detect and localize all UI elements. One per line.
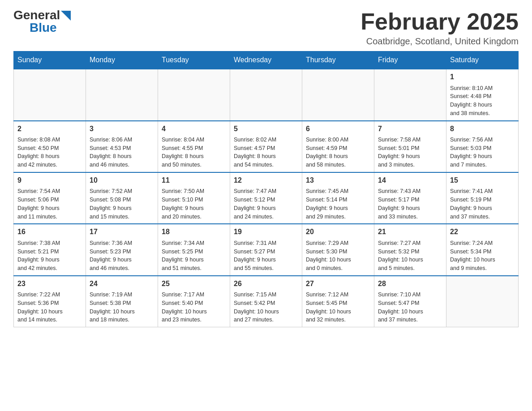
calendar-cell: 4Sunrise: 8:04 AMSunset: 4:55 PMDaylight… xyxy=(158,121,230,172)
logo-general-text: General xyxy=(13,9,60,21)
weekday-header-monday: Monday xyxy=(86,51,158,69)
weekday-header-sunday: Sunday xyxy=(14,51,86,69)
day-info: Sunrise: 7:56 AMSunset: 5:03 PMDaylight:… xyxy=(450,136,515,169)
day-info: Sunrise: 7:31 AMSunset: 5:27 PMDaylight:… xyxy=(234,239,298,273)
day-info: Sunrise: 7:45 AMSunset: 5:14 PMDaylight:… xyxy=(306,187,370,221)
calendar-cell: 24Sunrise: 7:19 AMSunset: 5:38 PMDayligh… xyxy=(86,276,158,327)
calendar-week-row: 9Sunrise: 7:54 AMSunset: 5:06 PMDaylight… xyxy=(14,172,519,224)
day-number: 20 xyxy=(306,227,370,237)
logo: General Blue xyxy=(13,9,71,34)
day-info: Sunrise: 8:08 AMSunset: 4:50 PMDaylight:… xyxy=(17,136,82,169)
day-info: Sunrise: 7:17 AMSunset: 5:40 PMDaylight:… xyxy=(162,291,226,324)
weekday-header-tuesday: Tuesday xyxy=(158,51,230,69)
calendar-cell: 21Sunrise: 7:27 AMSunset: 5:32 PMDayligh… xyxy=(374,224,446,275)
day-info: Sunrise: 7:36 AMSunset: 5:23 PMDaylight:… xyxy=(90,239,154,273)
day-number: 9 xyxy=(17,176,82,185)
day-number: 28 xyxy=(378,279,442,289)
day-number: 11 xyxy=(162,176,226,185)
calendar-cell: 27Sunrise: 7:12 AMSunset: 5:45 PMDayligh… xyxy=(302,276,374,327)
page-header: General Blue February 2025 Coatbridge, S… xyxy=(13,9,519,47)
calendar-cell: 1Sunrise: 8:10 AMSunset: 4:48 PMDaylight… xyxy=(446,69,519,120)
calendar-cell xyxy=(374,69,446,120)
calendar-cell xyxy=(158,69,230,120)
weekday-header-saturday: Saturday xyxy=(446,51,519,69)
day-info: Sunrise: 7:41 AMSunset: 5:19 PMDaylight:… xyxy=(450,187,515,221)
day-number: 8 xyxy=(450,124,515,134)
day-number: 23 xyxy=(17,279,82,289)
calendar-week-row: 1Sunrise: 8:10 AMSunset: 4:48 PMDaylight… xyxy=(14,69,519,120)
day-info: Sunrise: 7:47 AMSunset: 5:12 PMDaylight:… xyxy=(234,187,298,221)
calendar-cell: 8Sunrise: 7:56 AMSunset: 5:03 PMDaylight… xyxy=(446,121,519,172)
calendar-cell: 23Sunrise: 7:22 AMSunset: 5:36 PMDayligh… xyxy=(14,276,86,327)
day-info: Sunrise: 7:29 AMSunset: 5:30 PMDaylight:… xyxy=(306,239,370,273)
day-info: Sunrise: 7:27 AMSunset: 5:32 PMDaylight:… xyxy=(378,239,442,273)
calendar-cell: 13Sunrise: 7:45 AMSunset: 5:14 PMDayligh… xyxy=(302,172,374,224)
day-number: 6 xyxy=(306,124,370,134)
day-number: 1 xyxy=(450,72,515,82)
day-info: Sunrise: 7:19 AMSunset: 5:38 PMDaylight:… xyxy=(90,291,154,324)
calendar-cell: 14Sunrise: 7:43 AMSunset: 5:17 PMDayligh… xyxy=(374,172,446,224)
day-info: Sunrise: 7:24 AMSunset: 5:34 PMDaylight:… xyxy=(450,239,515,273)
weekday-header-wednesday: Wednesday xyxy=(230,51,302,69)
calendar-cell: 2Sunrise: 8:08 AMSunset: 4:50 PMDaylight… xyxy=(14,121,86,172)
calendar-cell: 25Sunrise: 7:17 AMSunset: 5:40 PMDayligh… xyxy=(158,276,230,327)
day-number: 5 xyxy=(234,124,298,134)
day-number: 12 xyxy=(234,176,298,185)
weekday-header-friday: Friday xyxy=(374,51,446,69)
day-number: 27 xyxy=(306,279,370,289)
calendar-cell xyxy=(302,69,374,120)
calendar-cell: 6Sunrise: 8:00 AMSunset: 4:59 PMDaylight… xyxy=(302,121,374,172)
day-number: 14 xyxy=(378,176,442,185)
calendar-week-row: 23Sunrise: 7:22 AMSunset: 5:36 PMDayligh… xyxy=(14,276,519,327)
calendar-cell: 26Sunrise: 7:15 AMSunset: 5:42 PMDayligh… xyxy=(230,276,302,327)
calendar-cell: 17Sunrise: 7:36 AMSunset: 5:23 PMDayligh… xyxy=(86,224,158,275)
day-info: Sunrise: 7:22 AMSunset: 5:36 PMDaylight:… xyxy=(17,291,82,324)
logo-blue-text: Blue xyxy=(30,21,57,34)
day-number: 18 xyxy=(162,227,226,237)
day-info: Sunrise: 7:50 AMSunset: 5:10 PMDaylight:… xyxy=(162,187,226,221)
calendar-cell: 9Sunrise: 7:54 AMSunset: 5:06 PMDaylight… xyxy=(14,172,86,224)
calendar-cell: 16Sunrise: 7:38 AMSunset: 5:21 PMDayligh… xyxy=(14,224,86,275)
weekday-header-row: SundayMondayTuesdayWednesdayThursdayFrid… xyxy=(14,51,519,69)
calendar-week-row: 2Sunrise: 8:08 AMSunset: 4:50 PMDaylight… xyxy=(14,121,519,172)
day-number: 4 xyxy=(162,124,226,134)
day-number: 10 xyxy=(90,176,154,185)
calendar-cell: 18Sunrise: 7:34 AMSunset: 5:25 PMDayligh… xyxy=(158,224,230,275)
day-info: Sunrise: 8:10 AMSunset: 4:48 PMDaylight:… xyxy=(450,84,515,118)
day-info: Sunrise: 7:54 AMSunset: 5:06 PMDaylight:… xyxy=(17,187,82,221)
calendar-cell: 19Sunrise: 7:31 AMSunset: 5:27 PMDayligh… xyxy=(230,224,302,275)
day-info: Sunrise: 7:58 AMSunset: 5:01 PMDaylight:… xyxy=(378,136,442,169)
day-number: 24 xyxy=(90,279,154,289)
calendar-cell: 20Sunrise: 7:29 AMSunset: 5:30 PMDayligh… xyxy=(302,224,374,275)
calendar-cell: 10Sunrise: 7:52 AMSunset: 5:08 PMDayligh… xyxy=(86,172,158,224)
day-number: 3 xyxy=(90,124,154,134)
calendar-cell: 7Sunrise: 7:58 AMSunset: 5:01 PMDaylight… xyxy=(374,121,446,172)
svg-marker-0 xyxy=(61,11,71,21)
day-info: Sunrise: 7:43 AMSunset: 5:17 PMDaylight:… xyxy=(378,187,442,221)
calendar-cell xyxy=(446,276,519,327)
calendar-cell: 11Sunrise: 7:50 AMSunset: 5:10 PMDayligh… xyxy=(158,172,230,224)
day-info: Sunrise: 7:38 AMSunset: 5:21 PMDaylight:… xyxy=(17,239,82,273)
day-number: 15 xyxy=(450,176,515,185)
location-text: Coatbridge, Scotland, United Kingdom xyxy=(360,36,519,47)
day-info: Sunrise: 7:52 AMSunset: 5:08 PMDaylight:… xyxy=(90,187,154,221)
calendar-cell xyxy=(230,69,302,120)
calendar-cell: 3Sunrise: 8:06 AMSunset: 4:53 PMDaylight… xyxy=(86,121,158,172)
logo-triangle-icon xyxy=(61,11,71,21)
calendar-cell: 12Sunrise: 7:47 AMSunset: 5:12 PMDayligh… xyxy=(230,172,302,224)
calendar-cell xyxy=(14,69,86,120)
day-info: Sunrise: 7:12 AMSunset: 5:45 PMDaylight:… xyxy=(306,291,370,324)
day-info: Sunrise: 7:15 AMSunset: 5:42 PMDaylight:… xyxy=(234,291,298,324)
day-number: 25 xyxy=(162,279,226,289)
day-number: 13 xyxy=(306,176,370,185)
day-number: 2 xyxy=(17,124,82,134)
day-number: 19 xyxy=(234,227,298,237)
calendar-cell: 28Sunrise: 7:10 AMSunset: 5:47 PMDayligh… xyxy=(374,276,446,327)
weekday-header-thursday: Thursday xyxy=(302,51,374,69)
day-info: Sunrise: 7:34 AMSunset: 5:25 PMDaylight:… xyxy=(162,239,226,273)
title-block: February 2025 Coatbridge, Scotland, Unit… xyxy=(360,9,519,47)
calendar-table: SundayMondayTuesdayWednesdayThursdayFrid… xyxy=(13,51,519,327)
calendar-cell: 15Sunrise: 7:41 AMSunset: 5:19 PMDayligh… xyxy=(446,172,519,224)
day-info: Sunrise: 8:06 AMSunset: 4:53 PMDaylight:… xyxy=(90,136,154,169)
day-info: Sunrise: 8:04 AMSunset: 4:55 PMDaylight:… xyxy=(162,136,226,169)
